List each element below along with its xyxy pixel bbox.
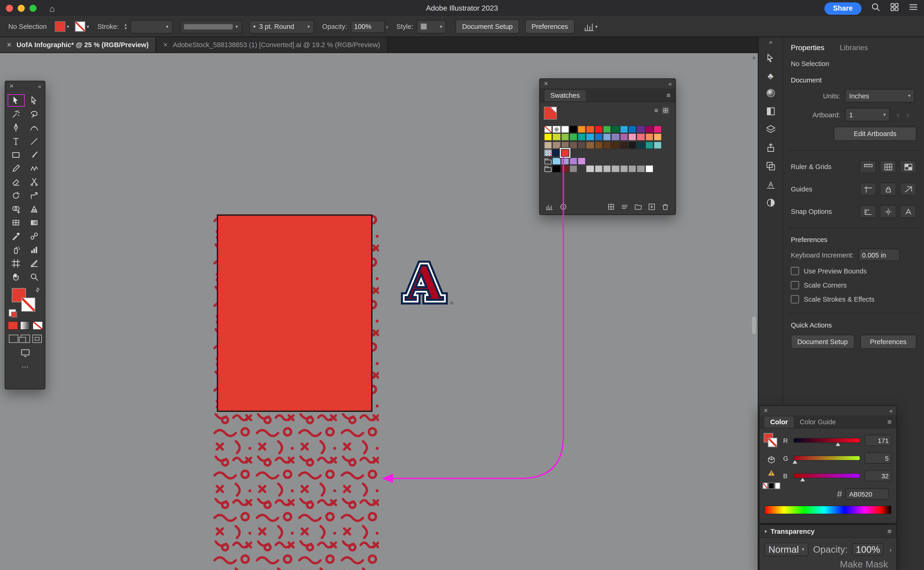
menu-icon[interactable]: [909, 2, 918, 14]
panel-menu-icon[interactable]: ≡: [887, 418, 892, 428]
red-value-input[interactable]: 171: [864, 435, 892, 446]
draw-behind-mode[interactable]: [20, 335, 30, 343]
blend-mode-dropdown[interactable]: Normal ▾: [765, 542, 809, 556]
document-tab-inactive[interactable]: × AdobeStock_588138853 (1) [Converted].a…: [156, 37, 388, 52]
collapse-panel-icon[interactable]: «: [38, 83, 41, 89]
swatch[interactable]: [628, 165, 636, 173]
swatch-options-icon[interactable]: [621, 203, 629, 211]
blend-tool[interactable]: [25, 229, 43, 243]
green-slider[interactable]: [793, 455, 860, 461]
opacity-flyout-icon[interactable]: ›: [386, 23, 388, 30]
close-tab-icon[interactable]: ×: [7, 40, 11, 49]
swatch[interactable]: [595, 133, 603, 141]
curvature-tool[interactable]: [25, 121, 43, 135]
stroke-width-stepper[interactable]: ▴ ▾: [123, 23, 129, 30]
column-graph-tool[interactable]: [25, 243, 43, 256]
tp-opacity-input[interactable]: 100%: [852, 543, 884, 556]
swatch[interactable]: [603, 126, 611, 133]
swatch[interactable]: [578, 141, 586, 149]
drag-handle[interactable]: ∙∙∙∙: [5, 91, 45, 94]
swatch-group-folder-icon[interactable]: [544, 165, 552, 173]
swatch[interactable]: [586, 126, 595, 133]
next-artboard-icon[interactable]: ›: [906, 110, 909, 119]
swatch[interactable]: [653, 141, 662, 149]
swatch[interactable]: [637, 141, 645, 149]
document-tab-active[interactable]: × UofA Infographic* @ 25 % (RGB/Preview): [0, 37, 156, 52]
mesh-tool[interactable]: [7, 216, 25, 229]
swatch[interactable]: [620, 126, 628, 133]
new-color-group-icon[interactable]: [634, 203, 642, 211]
stroke-color-swatch[interactable]: [75, 21, 86, 32]
chevron-down-icon[interactable]: ▾: [67, 24, 69, 29]
rectangle-tool[interactable]: [7, 148, 25, 161]
swatch[interactable]: [611, 126, 619, 133]
swap-fill-stroke-icon[interactable]: ⇄: [34, 286, 41, 294]
swatch[interactable]: [561, 157, 569, 165]
swatch[interactable]: [544, 126, 552, 133]
swatch[interactable]: [586, 165, 595, 173]
none-swatch[interactable]: [763, 483, 768, 489]
character-panel-icon[interactable]: A: [765, 179, 776, 190]
free-transform-tool[interactable]: [25, 188, 43, 202]
swatch[interactable]: [561, 126, 569, 133]
swatch[interactable]: [561, 165, 569, 173]
rotate-tool[interactable]: [7, 188, 25, 202]
color-panel-header[interactable]: × «: [760, 406, 896, 415]
screen-mode-button[interactable]: [5, 349, 45, 357]
edit-artboards-button[interactable]: Edit Artboards: [834, 127, 916, 141]
swatch[interactable]: [569, 141, 578, 149]
appearance-panel-icon[interactable]: [765, 198, 776, 208]
lasso-tool[interactable]: [25, 107, 43, 121]
swatch[interactable]: [611, 141, 619, 149]
hex-input[interactable]: AB0520: [846, 489, 889, 500]
selected-swatch[interactable]: [561, 149, 569, 157]
swatch[interactable]: [569, 165, 578, 173]
scrollbar-thumb[interactable]: [752, 316, 756, 334]
eraser-tool[interactable]: [7, 175, 25, 189]
opacity-flyout-icon[interactable]: ›: [889, 546, 892, 553]
grid-view-icon[interactable]: ⊞: [662, 107, 670, 114]
swatch[interactable]: [628, 133, 636, 141]
opacity-input[interactable]: 100%: [351, 20, 385, 33]
swatch[interactable]: [645, 133, 653, 141]
scale-corners-checkbox[interactable]: [791, 281, 799, 290]
artboard-tool[interactable]: [7, 256, 25, 270]
close-panel-icon[interactable]: ×: [764, 406, 768, 415]
asset-export-panel-icon[interactable]: [765, 142, 776, 153]
slice-tool[interactable]: [25, 256, 43, 270]
lock-guides-button[interactable]: [880, 183, 896, 196]
swatch[interactable]: [552, 149, 561, 157]
image-trace-panel-icon[interactable]: [765, 106, 776, 116]
gradient-panel-icon[interactable]: [765, 88, 776, 98]
stroke-proxy[interactable]: [768, 438, 777, 447]
red-rectangle-artwork[interactable]: [217, 215, 372, 412]
swatch[interactable]: [552, 141, 561, 149]
draw-normal-mode[interactable]: [9, 335, 18, 343]
stroke-color-proxy[interactable]: [21, 297, 35, 311]
swatch-kinds-icon[interactable]: [607, 203, 615, 211]
edit-toolbar-icon[interactable]: ⋯: [5, 363, 45, 371]
black-swatch[interactable]: [769, 483, 774, 489]
show-grid-button[interactable]: [880, 160, 896, 173]
brush-definition-dropdown[interactable]: ▾: [179, 20, 242, 33]
swatch[interactable]: [603, 141, 611, 149]
previous-artboard-icon[interactable]: ‹: [897, 110, 899, 119]
default-fill-stroke-icon[interactable]: [9, 309, 16, 316]
close-panel-icon[interactable]: ×: [9, 82, 14, 90]
color-fill-stroke[interactable]: [763, 433, 780, 451]
tab-color-guide[interactable]: Color Guide: [794, 417, 842, 428]
scroll-up-icon[interactable]: ▴: [752, 54, 755, 60]
chevron-down-icon[interactable]: ▾: [87, 24, 89, 29]
swatch[interactable]: [637, 133, 645, 141]
swatch[interactable]: [637, 126, 645, 133]
preferences-button[interactable]: Preferences: [525, 19, 575, 34]
swatch[interactable]: [586, 141, 595, 149]
swatch[interactable]: [578, 133, 586, 141]
scale-strokes-effects-checkbox[interactable]: [791, 295, 799, 303]
swatch[interactable]: [611, 133, 619, 141]
fill-stroke-control[interactable]: ⇄: [5, 287, 45, 317]
swatch[interactable]: [578, 126, 586, 133]
swatch[interactable]: [544, 133, 552, 141]
use-preview-bounds-checkbox[interactable]: [791, 267, 799, 275]
out-of-gamut-warning-icon[interactable]: [763, 469, 780, 477]
